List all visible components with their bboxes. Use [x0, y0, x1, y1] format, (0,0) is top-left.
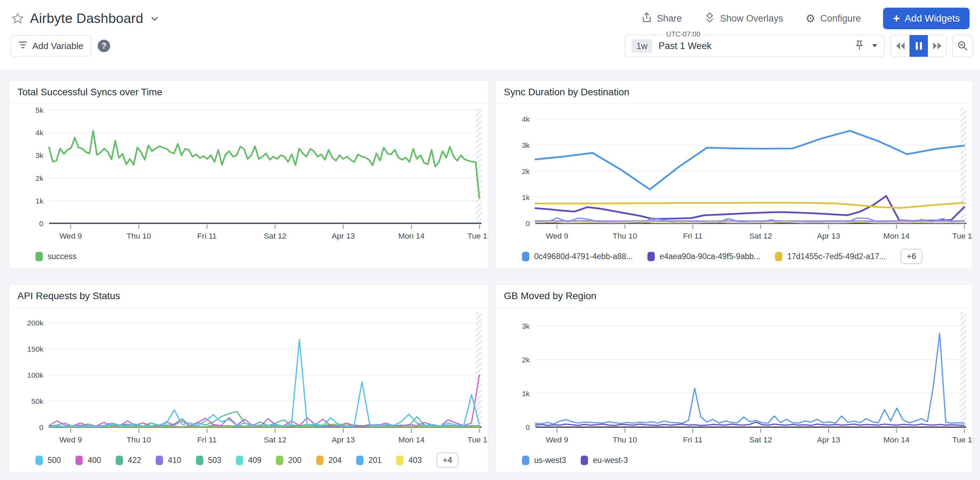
svg-text:Fri 11: Fri 11 — [683, 435, 703, 444]
svg-text:0: 0 — [525, 423, 530, 432]
svg-text:Mon 14: Mon 14 — [883, 435, 910, 444]
legend-swatch — [276, 456, 283, 465]
svg-text:1k: 1k — [35, 197, 43, 205]
legend-swatch — [522, 252, 529, 261]
pin-icon[interactable] — [855, 40, 864, 52]
widget-title: Sync Duration by Destination — [496, 81, 973, 104]
legend-label: eu-west-3 — [593, 456, 628, 465]
add-variable-button[interactable]: Add Variable — [10, 35, 91, 56]
legend-label: 403 — [408, 456, 422, 465]
legend-label: 400 — [88, 456, 101, 465]
svg-text:Sat 12: Sat 12 — [749, 435, 772, 444]
filter-icon — [18, 41, 27, 51]
share-label: Share — [657, 13, 682, 24]
add-variable-label: Add Variable — [32, 41, 83, 51]
legend-swatch — [648, 252, 655, 261]
legend-item[interactable]: e4aea90a-90ca-49f5-9abb... — [648, 252, 760, 261]
legend-more-badge[interactable]: +4 — [436, 453, 458, 468]
widget-api-requests-by-status: API Requests by Status 050k100k150k200kW… — [9, 284, 488, 473]
svg-text:0: 0 — [525, 220, 530, 228]
svg-text:3k: 3k — [35, 151, 43, 160]
time-backward-button[interactable] — [891, 35, 910, 57]
svg-text:Wed 9: Wed 9 — [546, 435, 568, 444]
svg-text:3k: 3k — [522, 322, 530, 330]
dashboard-title-group: Airbyte Dashboard — [12, 11, 159, 26]
time-forward-button[interactable] — [928, 35, 946, 57]
svg-text:Sat 12: Sat 12 — [264, 435, 286, 444]
legend-more-badge[interactable]: +6 — [900, 249, 922, 264]
legend-label: 201 — [368, 456, 382, 465]
legend-swatch — [396, 456, 404, 465]
svg-text:Wed 9: Wed 9 — [59, 435, 82, 444]
time-range-chip[interactable]: 1w — [632, 39, 652, 53]
svg-text:Thu 10: Thu 10 — [127, 232, 151, 240]
legend-label: us-west3 — [534, 456, 566, 465]
svg-text:100k: 100k — [27, 371, 43, 380]
chart-legend: 500400422410503409200204201403+4 — [9, 447, 488, 473]
legend-label: 422 — [128, 456, 141, 465]
legend-swatch — [75, 456, 83, 465]
legend-item[interactable]: 204 — [316, 456, 342, 465]
widget-title: GB Moved by Region — [496, 284, 973, 308]
legend-item[interactable]: 400 — [75, 456, 101, 465]
chart-legend: us-west3eu-west-3 — [496, 447, 973, 473]
svg-text:2k: 2k — [522, 167, 530, 175]
header-actions: Share Show Overlays ⚙ Configure — [641, 8, 970, 29]
widgets-grid: Total Successful Syncs over Time 01k2k3k… — [0, 70, 980, 473]
chart-canvas[interactable]: 01k2k3k4k5kWed 9Thu 10Fri 11Sat 12Apr 13… — [9, 104, 488, 244]
legend-item[interactable]: us-west3 — [522, 456, 566, 465]
line-chart-api-requests[interactable]: 050k100k150k200kWed 9Thu 10Fri 11Sat 12A… — [9, 308, 488, 447]
legend-swatch — [316, 456, 323, 465]
chart-canvas[interactable]: 01k2k3k4kWed 9Thu 10Fri 11Sat 12Apr 13Mo… — [496, 104, 973, 244]
legend-item[interactable]: 500 — [35, 456, 61, 465]
time-pause-button[interactable] — [910, 35, 928, 57]
widget-total-successful-syncs: Total Successful Syncs over Time 01k2k3k… — [9, 80, 488, 269]
line-chart-sync-duration[interactable]: 01k2k3k4kWed 9Thu 10Fri 11Sat 12Apr 13Mo… — [496, 104, 973, 244]
dashboard-app: Airbyte Dashboard Share — [0, 0, 980, 480]
legend-swatch — [522, 456, 529, 465]
svg-text:Tue 15: Tue 15 — [468, 435, 488, 444]
svg-text:Sat 12: Sat 12 — [264, 232, 286, 240]
dashboard-title-menu-icon[interactable] — [151, 16, 159, 22]
legend-label: 500 — [48, 456, 61, 465]
legend-item[interactable]: 200 — [276, 456, 301, 465]
svg-text:Fri 11: Fri 11 — [197, 435, 217, 444]
overlays-layers-icon — [704, 12, 715, 26]
show-overlays-button[interactable]: Show Overlays — [704, 12, 783, 26]
svg-text:3k: 3k — [522, 141, 530, 150]
zoom-out-button[interactable] — [952, 35, 973, 57]
legend-item[interactable]: 503 — [196, 456, 221, 465]
page-title: Airbyte Dashboard — [30, 11, 143, 26]
svg-text:Apr 13: Apr 13 — [331, 435, 355, 444]
svg-text:Tue 15: Tue 15 — [952, 435, 973, 444]
svg-text:150k: 150k — [27, 345, 43, 353]
chart-canvas[interactable]: 01k2k3kWed 9Thu 10Fri 11Sat 12Apr 13Mon … — [496, 308, 973, 447]
time-dropdown-caret-icon[interactable] — [872, 43, 878, 49]
line-chart-gb-moved[interactable]: 01k2k3kWed 9Thu 10Fri 11Sat 12Apr 13Mon … — [496, 308, 973, 447]
share-button[interactable]: Share — [641, 12, 682, 26]
legend-item[interactable]: 17d1455c-7ed5-49d2-a17... — [775, 252, 886, 261]
line-chart-total-successful-syncs[interactable]: 01k2k3k4k5kWed 9Thu 10Fri 11Sat 12Apr 13… — [9, 104, 488, 244]
favorite-star-icon[interactable] — [12, 13, 24, 24]
share-icon — [641, 12, 652, 26]
configure-button[interactable]: ⚙ Configure — [805, 13, 861, 24]
legend-item[interactable]: 409 — [236, 456, 261, 465]
legend-item[interactable]: 201 — [356, 456, 382, 465]
svg-text:Mon 14: Mon 14 — [398, 232, 424, 240]
legend-item[interactable]: 410 — [156, 456, 181, 465]
legend-item[interactable]: 403 — [396, 456, 422, 465]
legend-item[interactable]: 0c49680d-4791-4ebb-a88... — [522, 252, 633, 261]
legend-label: 200 — [288, 456, 301, 465]
legend-item[interactable]: success — [35, 252, 76, 261]
add-widgets-button[interactable]: + Add Widgets — [883, 8, 970, 29]
legend-label: 204 — [328, 456, 342, 465]
legend-label: success — [48, 252, 76, 261]
chart-canvas[interactable]: 050k100k150k200kWed 9Thu 10Fri 11Sat 12A… — [9, 308, 488, 447]
legend-item[interactable]: 422 — [116, 456, 141, 465]
legend-item[interactable]: eu-west-3 — [581, 456, 628, 465]
svg-text:Apr 13: Apr 13 — [817, 232, 840, 240]
svg-text:5k: 5k — [35, 106, 43, 115]
svg-text:Wed 9: Wed 9 — [546, 232, 568, 240]
time-range-picker[interactable]: UTC-07:00 1w Past 1 Week — [625, 35, 885, 57]
help-icon[interactable]: ? — [98, 40, 110, 52]
